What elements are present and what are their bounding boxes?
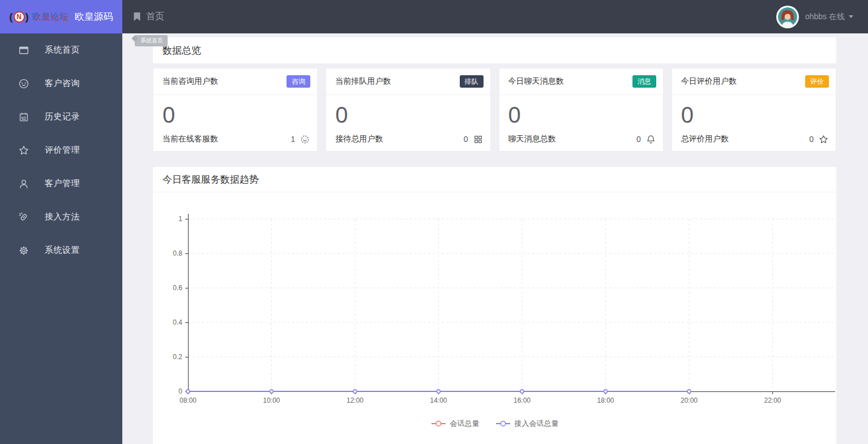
card-value: 0 — [499, 95, 663, 126]
overview-panel-header: 数据总览 — [153, 37, 836, 63]
sidebar-item-customers[interactable]: 客户管理 — [0, 167, 122, 200]
legend-item-1[interactable]: 接入会话总量 — [495, 419, 559, 429]
user-icon — [18, 178, 30, 189]
status-badge: 排队 — [460, 75, 484, 88]
logo[interactable]: (N) 欧皇论坛 欧皇源码 — [0, 0, 122, 33]
sidebar-item-label: 历史记录 — [45, 111, 80, 122]
overview-title: 数据总览 — [163, 44, 201, 57]
status-badge: 评价 — [805, 75, 829, 88]
caret-down-icon — [849, 15, 853, 18]
card-title: 今日评价用户数 — [681, 76, 737, 87]
notebook-icon — [18, 111, 30, 123]
sidebar-item-integration[interactable]: 接入方法 — [0, 200, 122, 234]
bookmark-icon — [133, 12, 141, 21]
svg-text:0.8: 0.8 — [173, 249, 182, 257]
card-title: 当前咨询用户数 — [163, 76, 218, 87]
legend-marker-icon — [495, 420, 511, 427]
stat-card-queue: 当前排队用户数 排队 0 接待总用户数 0 — [326, 68, 490, 152]
card-value: 0 — [326, 95, 490, 126]
card-footer-value: 0 — [636, 135, 641, 144]
smiley-face-icon — [300, 135, 310, 144]
card-footer-label: 当前在线客服数 — [163, 134, 218, 144]
svg-text:08:00: 08:00 — [179, 396, 196, 404]
svg-text:1: 1 — [178, 215, 182, 223]
brand-name: 欧皇源码 — [75, 10, 113, 23]
svg-text:0.2: 0.2 — [173, 353, 182, 361]
gear-icon — [18, 245, 30, 256]
stat-card-messages: 今日聊天消息数 消息 0 聊天消息总数 0 — [499, 68, 664, 152]
sidebar-item-label: 客户咨询 — [45, 78, 80, 89]
svg-text:16:00: 16:00 — [514, 396, 531, 404]
sidebar-item-label: 系统首页 — [45, 45, 80, 55]
card-footer-label: 总评价用户数 — [681, 134, 729, 144]
stat-card-consulting: 当前咨询用户数 咨询 0 当前在线客服数 1 — [153, 68, 318, 152]
sidebar-item-label: 系统设置 — [45, 245, 80, 256]
legend-marker-icon — [431, 420, 446, 427]
sidebar-item-label: 接入方法 — [45, 212, 80, 222]
svg-text:0.4: 0.4 — [173, 318, 182, 326]
page-tag[interactable]: 系统首页 — [135, 35, 168, 46]
svg-text:22:00: 22:00 — [764, 396, 781, 404]
card-value: 0 — [153, 95, 317, 126]
user-menu[interactable]: ohbbs 在线 — [776, 6, 853, 28]
grid-icon — [473, 135, 483, 144]
tag-arrow-icon — [131, 35, 138, 41]
star-icon — [819, 135, 828, 144]
brand-logo-text: 欧皇论坛 — [32, 11, 69, 22]
smiley-icon — [18, 78, 30, 89]
trend-title: 今日客服服务数据趋势 — [163, 173, 259, 186]
svg-text:10:00: 10:00 — [263, 396, 280, 404]
svg-text:20:00: 20:00 — [681, 396, 698, 404]
top-bar: (N) 欧皇论坛 欧皇源码 首页 — [0, 0, 868, 33]
logo-icon: (N) — [9, 11, 29, 23]
sidebar-item-label: 评价管理 — [45, 145, 80, 156]
sidebar-item-label: 客户管理 — [45, 178, 80, 189]
svg-text:0.6: 0.6 — [173, 284, 182, 292]
window-icon — [18, 45, 30, 56]
user-name: ohbbs 在线 — [805, 12, 845, 22]
trend-chart: 00.20.40.60.8108:0010:0012:0014:0016:001… — [153, 192, 836, 419]
svg-text:18:00: 18:00 — [597, 396, 614, 404]
avatar — [776, 6, 799, 28]
svg-text:12:00: 12:00 — [347, 396, 364, 404]
star-icon — [18, 145, 30, 156]
legend-label: 接入会话总量 — [515, 419, 559, 429]
card-footer-label: 聊天消息总数 — [508, 134, 556, 144]
sidebar-item-consult[interactable]: 客户咨询 — [0, 67, 122, 100]
status-badge: 消息 — [632, 75, 656, 88]
page-tag-label: 系统首页 — [140, 37, 163, 44]
sidebar-item-reviews[interactable]: 评价管理 — [0, 133, 122, 167]
nav-home[interactable]: 首页 — [133, 0, 164, 33]
stat-card-reviews: 今日评价用户数 评价 0 总评价用户数 0 — [672, 68, 836, 152]
stat-cards-row: 当前咨询用户数 咨询 0 当前在线客服数 1 当前排队用户数 排队 0 接待总用… — [153, 68, 836, 152]
sidebar-item-settings[interactable]: 系统设置 — [0, 234, 122, 267]
nav-home-label: 首页 — [146, 11, 164, 23]
status-badge: 咨询 — [287, 75, 310, 88]
card-footer-value: 0 — [809, 135, 814, 144]
card-value: 0 — [672, 95, 836, 126]
sidebar-item-home[interactable]: 系统首页 — [0, 33, 122, 67]
top-nav: 首页 ohbbs 在线 — [122, 0, 868, 33]
card-footer-value: 0 — [464, 135, 468, 144]
sidebar: 系统首页 客户咨询 历史记录 评价管理 客户管理 接入方法 系统设置 — [0, 33, 122, 444]
legend-label: 会话总量 — [450, 419, 480, 429]
trend-panel: 今日客服服务数据趋势 00.20.40.60.8108:0010:0012:00… — [153, 167, 836, 444]
card-title: 今日聊天消息数 — [508, 76, 564, 87]
card-title: 当前排队用户数 — [335, 76, 391, 87]
main-content: 系统首页 数据总览 当前咨询用户数 咨询 0 当前在线客服数 1 当前排队用户数 — [122, 33, 868, 444]
chart-legend: 会话总量接入会话总量 — [153, 419, 836, 429]
link-icon — [18, 212, 30, 223]
card-footer-label: 接待总用户数 — [335, 134, 383, 144]
svg-text:0: 0 — [178, 387, 182, 395]
svg-text:14:00: 14:00 — [430, 396, 447, 404]
legend-item-0[interactable]: 会话总量 — [431, 419, 480, 429]
sidebar-item-history[interactable]: 历史记录 — [0, 100, 122, 133]
bell-icon — [646, 135, 656, 144]
card-footer-value: 1 — [290, 135, 295, 144]
